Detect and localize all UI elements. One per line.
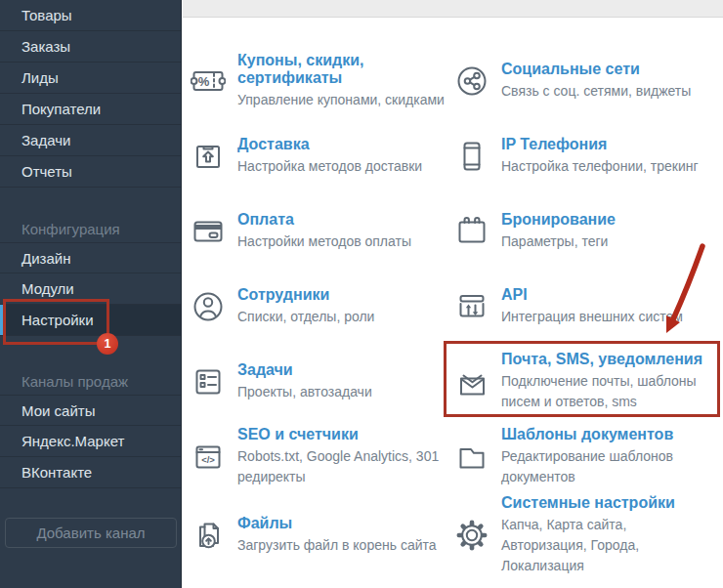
- tile-text: Доставка Настройка методов доставки: [237, 136, 422, 177]
- phone-icon: [454, 139, 489, 174]
- tile-subtitle: Управление купонами, скидками: [237, 90, 446, 110]
- tile-subtitle: Проекты, автозадачи: [237, 382, 372, 402]
- tile-title[interactable]: SEO и счетчики: [237, 426, 446, 443]
- coupon-icon: %: [191, 63, 226, 99]
- tile-subtitle: Загрузить файл в корень сайта: [237, 535, 437, 556]
- tile-text: Задачи Проекты, автозадачи: [237, 361, 372, 402]
- tile-subtitle: Настройка телефонии, трекинг: [501, 156, 699, 177]
- tile-subtitle: Подключение почты, шаблоны писем и ответ…: [501, 371, 715, 412]
- sidebar-item-modules[interactable]: Модули: [0, 273, 181, 305]
- tile-text: Бронирование Параметры, теги: [501, 211, 616, 252]
- sidebar-item-design[interactable]: Дизайн: [0, 242, 181, 273]
- tile-subtitle: Robots.txt, Google Analytics, 301 редире…: [237, 446, 446, 487]
- tile-doc-templates[interactable]: Шаблоны документов Редактирование шаблон…: [454, 419, 723, 494]
- sidebar-item-products[interactable]: Товары: [0, 0, 181, 31]
- tile-api[interactable]: API Интеграция внешних систем: [454, 269, 723, 344]
- mail-icon: [454, 364, 489, 399]
- file-upload-icon: [191, 518, 226, 553]
- tile-text: Купоны, скидки, сертификаты Управление к…: [237, 52, 446, 110]
- tile-title[interactable]: API: [501, 286, 683, 304]
- tile-title[interactable]: Почта, SMS, уведомления: [501, 351, 715, 368]
- tile-staff[interactable]: Сотрудники Списки, отделы, роли: [191, 269, 454, 344]
- tile-mail[interactable]: Почта, SMS, уведомления Подключение почт…: [454, 344, 723, 419]
- api-icon: [454, 289, 489, 324]
- settings-tiles-grid: % Купоны, скидки, сертификаты Управление…: [191, 43, 723, 576]
- sidebar-item-tasks[interactable]: Задачи: [0, 125, 181, 156]
- tile-tasks[interactable]: Задачи Проекты, автозадачи: [191, 344, 454, 419]
- sidebar-item-settings[interactable]: Настройки: [0, 305, 181, 336]
- tile-coupons[interactable]: % Купоны, скидки, сертификаты Управление…: [191, 43, 454, 118]
- sidebar: Товары Заказы Лиды Покупатели Задачи Отч…: [0, 0, 182, 588]
- sidebar-item-yandex-market[interactable]: Яндекс.Маркет: [0, 426, 181, 457]
- tile-title[interactable]: Системные настройки: [501, 494, 715, 512]
- sidebar-item-orders[interactable]: Заказы: [0, 31, 181, 63]
- tile-title[interactable]: Сотрудники: [237, 286, 374, 304]
- tile-text: Файлы Загрузить файл в корень сайта: [237, 515, 437, 556]
- delivery-icon: [191, 139, 226, 174]
- tile-subtitle: Связь с соц. сетями, виджеты: [501, 81, 691, 102]
- sidebar-item-leads[interactable]: Лиды: [0, 63, 181, 94]
- seo-code-icon: </>: [191, 440, 226, 475]
- tile-subtitle: Интеграция внешних систем: [501, 307, 683, 327]
- svg-text:%: %: [198, 74, 210, 89]
- tile-files[interactable]: Файлы Загрузить файл в корень сайта: [191, 494, 454, 576]
- gear-icon: [454, 518, 489, 553]
- tile-subtitle: Списки, отделы, роли: [237, 307, 374, 327]
- top-strip: [183, 0, 723, 18]
- tile-subtitle: Параметры, теги: [501, 231, 616, 252]
- tile-text: IP Телефония Настройка телефонии, трекин…: [501, 136, 699, 177]
- payment-card-icon: [191, 214, 226, 249]
- tile-title[interactable]: Файлы: [237, 515, 437, 532]
- share-icon: [454, 63, 489, 99]
- tile-payment[interactable]: Оплата Настройки методов оплаты: [191, 193, 454, 269]
- sidebar-section-configuration: Конфигурация: [0, 217, 181, 242]
- sidebar-item-vkontakte[interactable]: ВКонтакте: [0, 457, 181, 488]
- tile-text: Сотрудники Списки, отделы, роли: [237, 286, 374, 327]
- tile-title[interactable]: Купоны, скидки, сертификаты: [237, 52, 446, 87]
- sidebar-section-sales-channels: Каналы продаж: [0, 369, 181, 395]
- tile-title[interactable]: Задачи: [237, 361, 372, 379]
- sidebar-item-reports[interactable]: Отчеты: [0, 156, 181, 188]
- folder-icon: [454, 440, 489, 475]
- tile-subtitle: Настройки методов оплаты: [237, 231, 411, 252]
- tile-subtitle: Капча, Карта сайта, Авторизация, Города,…: [501, 515, 715, 576]
- tile-title[interactable]: Оплата: [237, 211, 411, 229]
- tile-social[interactable]: Социальные сети Связь с соц. сетями, вид…: [454, 43, 723, 118]
- add-channel-button[interactable]: Добавить канал: [5, 518, 177, 548]
- tile-text: Шаблоны документов Редактирование шаблон…: [501, 426, 715, 487]
- tile-title[interactable]: Бронирование: [501, 211, 616, 229]
- tile-system[interactable]: Системные настройки Капча, Карта сайта, …: [454, 494, 723, 576]
- person-icon: [191, 289, 226, 324]
- tile-booking[interactable]: Бронирование Параметры, теги: [454, 193, 723, 269]
- tile-text: Почта, SMS, уведомления Подключение почт…: [501, 351, 715, 412]
- tile-delivery[interactable]: Доставка Настройка методов доставки: [191, 118, 454, 193]
- tile-title[interactable]: Доставка: [237, 136, 422, 153]
- tile-text: Системные настройки Капча, Карта сайта, …: [501, 494, 715, 576]
- tile-text: Оплата Настройки методов оплаты: [237, 211, 411, 252]
- settings-page: Товары Заказы Лиды Покупатели Задачи Отч…: [0, 0, 723, 588]
- sidebar-item-my-sites[interactable]: Мои сайты: [0, 395, 181, 426]
- tile-text: API Интеграция внешних систем: [501, 286, 683, 327]
- tile-telephony[interactable]: IP Телефония Настройка телефонии, трекин…: [454, 118, 723, 193]
- calendar-icon: [454, 214, 489, 249]
- svg-text:</>: </>: [201, 454, 215, 465]
- tile-text: Социальные сети Связь с соц. сетями, вид…: [501, 61, 691, 102]
- tile-title[interactable]: Шаблоны документов: [501, 426, 715, 443]
- task-list-icon: [191, 364, 226, 399]
- tile-subtitle: Настройка методов доставки: [237, 156, 422, 177]
- tile-title[interactable]: IP Телефония: [501, 136, 699, 153]
- tile-text: SEO и счетчики Robots.txt, Google Analyt…: [237, 426, 446, 487]
- tile-seo[interactable]: </> SEO и счетчики Robots.txt, Google An…: [191, 419, 454, 494]
- tile-subtitle: Редактирование шаблонов документов: [501, 446, 715, 487]
- tile-title[interactable]: Социальные сети: [501, 61, 691, 78]
- sidebar-item-customers[interactable]: Покупатели: [0, 94, 181, 125]
